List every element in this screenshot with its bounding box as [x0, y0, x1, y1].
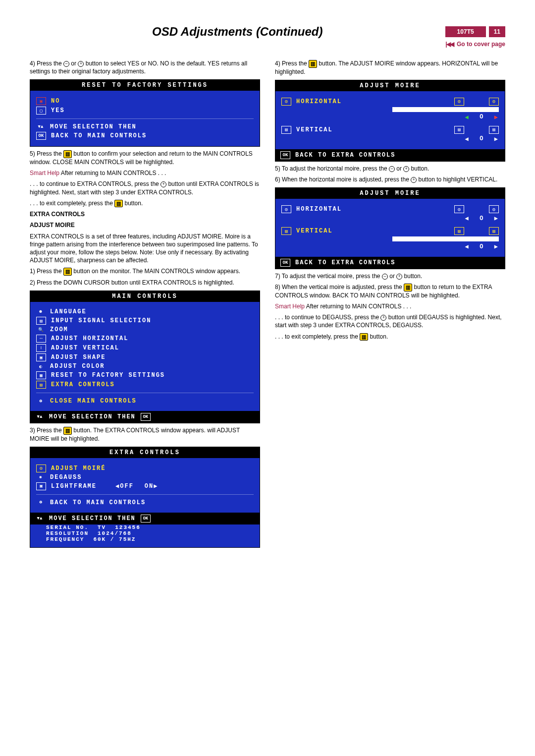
ok-button-icon: ▥ [404, 284, 412, 291]
reset-icon: ▦ [36, 371, 46, 379]
left-arrow-icon: ◀ [465, 135, 470, 143]
left-arrow-icon: ◀ [465, 215, 470, 222]
step-2: 2) Press the DOWN CURSOR button until EX… [30, 279, 260, 287]
step-4: 4) Press the or button to select YES or … [30, 59, 260, 75]
select-icon: ▣ [36, 97, 46, 105]
slider-bar [392, 236, 499, 241]
menu-item: LIGHTFRAME [51, 483, 97, 490]
label-vertical: VERTICAL [296, 126, 333, 133]
minus-icon [389, 166, 395, 172]
ok-button-icon: ▥ [309, 60, 317, 68]
plus-icon [78, 61, 84, 67]
vert-icon: ↕ [36, 344, 46, 352]
menu-item: ADJUST SHAPE [51, 354, 106, 361]
osd-title: ADJUST MOIRE [275, 80, 505, 91]
page-title: OSD Adjustments (Continued) [30, 25, 445, 39]
right-arrow-icon: ▶ [494, 135, 499, 143]
left-arrow-icon: ◀ [465, 114, 470, 121]
plus-icon [403, 166, 409, 172]
osd-title: ADJUST MOIRE [275, 188, 505, 199]
heading-adjust-moire: ADJUST MOIRE [30, 221, 260, 229]
ok-icon: OK [141, 413, 151, 421]
moire-icon: ◎ [489, 205, 499, 213]
osd-main-controls: MAIN CONTROLS ☻LANGUAGE ▤INPUT SIGNAL SE… [30, 291, 260, 423]
osd-extra-controls: EXTRA CONTROLS ◎ADJUST MOIRÉ ✺DEGAUSS ▣L… [30, 447, 260, 548]
menu-item: ADJUST HORIZONTAL [51, 335, 128, 342]
plus-icon [160, 181, 166, 187]
moire-icon: ◎ [281, 98, 291, 106]
globe-icon: ☻ [36, 308, 45, 315]
ok-button-icon: ▥ [360, 333, 368, 341]
osd-title: RESET TO FACTORY SETTINGS [30, 80, 260, 91]
extra-icon: ▤ [36, 381, 46, 389]
menu-item: EXTRA CONTROLS [51, 381, 115, 388]
plus-icon [380, 315, 386, 321]
minus-icon [382, 274, 388, 280]
box-icon: ▢ [36, 107, 46, 115]
lightframe-icon: ▣ [36, 482, 46, 490]
osd-adjust-moire-h: ADJUST MOIRE ◎HORIZONTAL◎◎ ◀O▶ ▤VERTICAL… [275, 80, 505, 162]
label-vertical: VERTICAL [296, 228, 333, 234]
menu-item: INPUT SIGNAL SELECTION [51, 317, 151, 324]
left-column: 4) Press the or button to select YES or … [30, 57, 260, 551]
ok-button-icon: ▥ [63, 427, 72, 435]
continue-hint-2: . . . to continue to DEGAUSS, press the … [275, 313, 505, 329]
r-step-4: 4) Press the ▥ button. The ADJUST MOIRE … [275, 59, 505, 76]
label-horizontal: HORIZONTAL [296, 206, 342, 213]
exit-hint-1: . . . to exit completely, press the ▥ bu… [30, 199, 260, 208]
horiz-icon: ↔ [36, 335, 46, 343]
slider-bar [392, 107, 499, 112]
color-icon: ◐ [36, 363, 45, 370]
menu-item: RESET TO FACTORY SETTINGS [51, 372, 165, 379]
vert-icon: ▤ [281, 227, 291, 235]
shape-icon: ▣ [36, 353, 46, 361]
extra-controls-description: EXTRA CONTROLS is a set of three feature… [30, 233, 260, 265]
option-yes: YES [51, 107, 65, 114]
updown-icon: ▼▲ [36, 123, 45, 130]
ok-button-icon: ▥ [63, 268, 72, 276]
ok-icon: OK [280, 259, 290, 267]
moire-icon: ◎ [454, 205, 464, 213]
plus-icon [396, 274, 402, 280]
r-step-6: 6) When the horizontal moire is adjusted… [275, 175, 505, 183]
left-arrow-icon: ◀ [465, 243, 470, 250]
model-badge: 107T5 [445, 26, 486, 37]
ok-button-icon: ▥ [114, 200, 123, 208]
vert-icon: ▤ [489, 126, 499, 134]
ok-icon: OK [280, 151, 290, 159]
right-column: 4) Press the ▥ button. The ADJUST MOIRE … [275, 57, 505, 551]
r-step-5: 5) To adjust the horizontal moire, press… [275, 165, 505, 173]
moire-icon: ◎ [36, 465, 46, 472]
moire-icon: ◎ [281, 205, 291, 213]
continue-hint-1: . . . to continue to EXTRA CONTROLS, pre… [30, 180, 260, 196]
menu-item: ADJUST COLOR [50, 363, 105, 370]
right-arrow-icon: ▶ [494, 243, 499, 250]
smart-help-1: Smart Help After returning to MAIN CONTR… [30, 169, 260, 177]
updown-icon: ▼▲ [35, 515, 44, 522]
exit-hint-2: . . . to exit completely, press the ▥ bu… [275, 333, 505, 341]
menu-item: DEGAUSS [50, 474, 82, 481]
label-horizontal: HORIZONTAL [296, 98, 342, 105]
heading-extra-controls: EXTRA CONTROLS [30, 210, 260, 218]
zoom-icon: 🔍 [36, 326, 45, 333]
r-step-7: 7) To adjust the vertical moire, press t… [275, 272, 505, 280]
menu-item: ADJUST MOIRÉ [51, 465, 106, 472]
ok-icon: OK [36, 132, 46, 140]
osd-title: EXTRA CONTROLS [30, 447, 260, 458]
step-5: 5) Press the ▥ button to confirm your se… [30, 150, 260, 166]
rewind-icon: |◀◀ [445, 41, 453, 48]
osd-title: MAIN CONTROLS [30, 291, 260, 302]
minus-icon [63, 61, 69, 67]
right-arrow-icon: ▶ [494, 114, 499, 121]
vert-icon: ▤ [281, 126, 291, 134]
step-1: 1) Press the ▥ button on the monitor. Th… [30, 267, 260, 276]
right-arrow-icon: ▶ [494, 215, 499, 222]
moire-icon: ◎ [454, 98, 464, 106]
go-to-cover-link[interactable]: |◀◀ Go to cover page [30, 41, 505, 48]
step-3: 3) Press the ▥ button. The EXTRA CONTROL… [30, 426, 260, 443]
smart-help-2: Smart Help After returning to MAIN CONTR… [275, 302, 505, 310]
option-no: NO [51, 98, 60, 105]
ok-icon: OK [141, 515, 151, 523]
page-number: 11 [489, 26, 505, 37]
vert-icon: ▤ [454, 227, 464, 235]
